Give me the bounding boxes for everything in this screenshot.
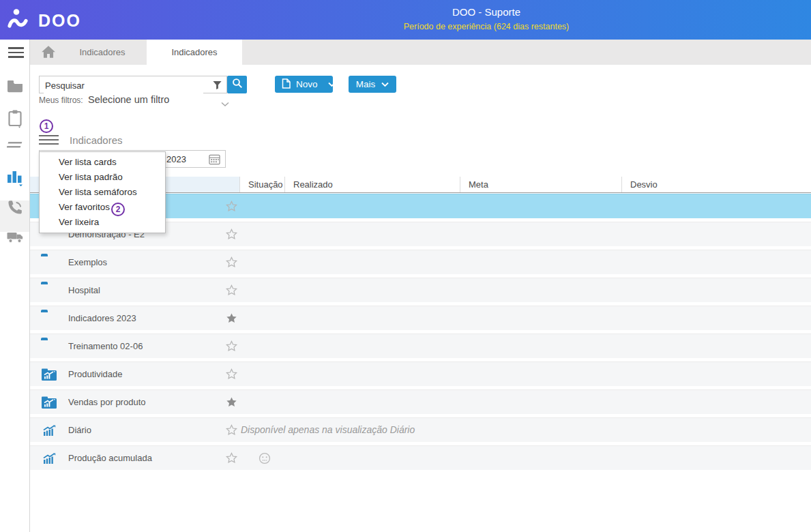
logo-text: DOO	[38, 11, 81, 31]
novo-button[interactable]: Novo	[275, 76, 333, 93]
favorite-star-outline-icon[interactable]	[226, 284, 237, 298]
table-row[interactable]: Indicadores 2023	[30, 306, 811, 330]
bar-chart-icon	[6, 168, 24, 189]
column-header[interactable]: Situação	[240, 177, 285, 192]
row-name: Produção acumulada	[68, 453, 152, 463]
sidebar-item-tasks[interactable]	[0, 109, 30, 131]
annotation-step-1: 1	[40, 119, 53, 133]
phone-icon	[7, 199, 23, 218]
sidebar-item-lists[interactable]	[0, 141, 30, 153]
favorite-star-outline-icon[interactable]	[226, 256, 237, 270]
chart-icon	[42, 453, 57, 467]
column-header[interactable]: Realizado	[285, 177, 460, 192]
table-row[interactable]: Produção acumulada	[30, 445, 811, 470]
tab-label: Indicadores	[171, 47, 217, 57]
section-title: Indicadores	[70, 134, 123, 146]
row-name: Hospital	[68, 285, 100, 295]
chart-folder-icon	[41, 396, 57, 412]
favorite-star-outline-icon[interactable]	[226, 201, 237, 214]
favorite-star-outline-icon[interactable]	[226, 228, 237, 242]
favorite-star-outline-icon[interactable]	[226, 368, 237, 382]
search-input[interactable]	[44, 77, 203, 93]
favorite-star-outline-icon[interactable]	[226, 424, 237, 438]
sidebar-item-logistics[interactable]	[0, 231, 30, 246]
menu-item-ver-lixeira[interactable]: Ver lixeira	[40, 215, 165, 230]
menu-item-ver-favoritos[interactable]: Ver favoritos2	[40, 200, 165, 215]
annotation-step-2: 2	[111, 203, 125, 216]
list-view-toggle-button[interactable]	[39, 135, 59, 147]
row-name: Exemplos	[68, 257, 107, 267]
search-box	[39, 76, 227, 93]
table-row[interactable]: Vendas por produto	[30, 389, 811, 414]
tab-indicadores-1[interactable]: Indicadores	[65, 40, 140, 65]
app-header: DOO DOO - Suporte Período de experiência…	[0, 0, 811, 40]
left-sidebar	[0, 40, 30, 532]
chevron-down-icon[interactable]	[323, 82, 340, 87]
favorite-star-filled-icon[interactable]	[226, 396, 237, 410]
window-title: DOO - Suporte	[404, 6, 570, 18]
search-icon	[232, 78, 243, 91]
hamburger-menu-icon[interactable]	[8, 47, 38, 61]
table-row[interactable]: Hospital	[30, 278, 811, 302]
sidebar-item-folders[interactable]	[0, 79, 30, 95]
folder-icon	[7, 79, 23, 95]
mais-label: Mais	[356, 79, 376, 89]
table-row[interactable]: Produtividade	[30, 361, 811, 386]
truck-icon	[7, 231, 24, 246]
calendar-icon[interactable]	[209, 153, 220, 168]
favorite-star-filled-icon[interactable]	[226, 312, 237, 326]
app-logo: DOO	[7, 8, 81, 33]
new-document-icon	[282, 78, 291, 91]
chevron-down-icon[interactable]	[221, 98, 229, 110]
chart-folder-icon	[41, 368, 57, 384]
sidebar-item-calls[interactable]	[0, 199, 30, 218]
date-value: 2023	[166, 154, 186, 164]
row-name: Diário	[68, 425, 91, 435]
view-options-menu: Ver lista cardsVer lista padrãoVer lista…	[39, 151, 166, 233]
table-row[interactable]: DiárioDisponível apenas na visualização …	[30, 417, 811, 442]
list-lines-icon	[7, 141, 23, 153]
tab-label: Indicadores	[79, 47, 125, 57]
filters-select[interactable]: Selecione um filtro	[88, 94, 169, 105]
neutral-face-icon	[259, 452, 271, 467]
sidebar-item-indicators[interactable]	[0, 168, 30, 189]
filter-funnel-icon[interactable]	[212, 80, 222, 93]
menu-item-ver-lista-padrão[interactable]: Ver lista padrão	[40, 170, 165, 185]
favorite-star-outline-icon[interactable]	[226, 340, 237, 354]
row-availability-note: Disponível apenas na visualização Diário	[241, 424, 415, 435]
mais-button[interactable]: Mais	[349, 76, 396, 93]
favorite-star-outline-icon[interactable]	[226, 452, 237, 466]
row-name: Treinamento 02-06	[68, 341, 143, 351]
clipboard-icon	[8, 109, 23, 131]
home-button[interactable]	[41, 45, 56, 59]
chevron-down-icon	[381, 79, 389, 89]
table-row[interactable]: Exemplos	[30, 250, 811, 274]
menu-item-ver-lista-semáforos[interactable]: Ver lista semáforos	[40, 185, 165, 200]
row-name: Produtividade	[68, 369, 123, 379]
tab-indicadores-2[interactable]: Indicadores	[147, 40, 242, 65]
table-row[interactable]: Treinamento 02-06	[30, 334, 811, 358]
row-name: Indicadores 2023	[68, 313, 136, 323]
column-header[interactable]: Desvio	[622, 177, 811, 192]
menu-item-ver-lista-cards[interactable]: Ver lista cards	[40, 155, 165, 170]
row-name: Vendas por produto	[68, 397, 145, 407]
novo-label: Novo	[296, 79, 318, 89]
chart-icon	[42, 425, 57, 439]
home-icon	[41, 49, 56, 61]
trial-period-banner: Período de experiência (624 dias restant…	[404, 22, 570, 31]
doo-logo-icon	[7, 8, 31, 33]
column-header[interactable]: Meta	[460, 177, 622, 192]
filters-label: Meus filtros:	[39, 95, 83, 105]
search-button[interactable]	[227, 76, 247, 93]
